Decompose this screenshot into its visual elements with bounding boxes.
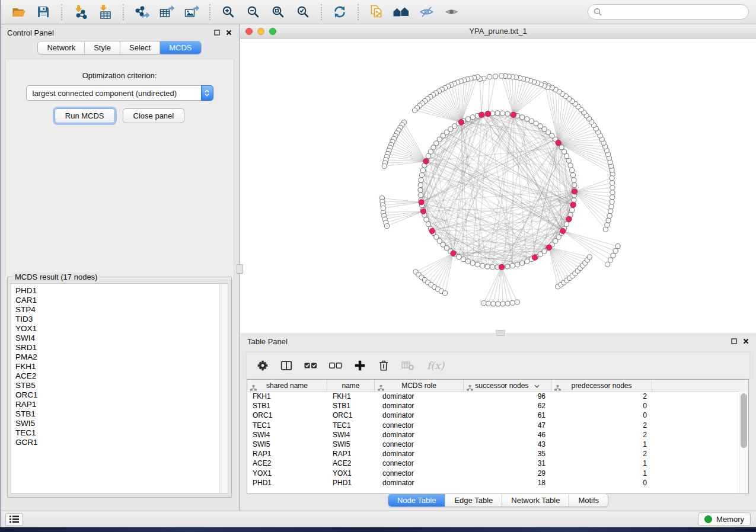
column-header-mcds-role[interactable]: MCDS role <box>375 380 464 392</box>
list-item[interactable]: PMA2 <box>15 352 218 362</box>
tab-network-table[interactable]: Network Table <box>502 494 569 507</box>
tab-select[interactable]: Select <box>120 41 160 54</box>
list-item[interactable]: RAP1 <box>15 400 218 409</box>
add-icon <box>353 359 366 372</box>
list-item[interactable]: ORC1 <box>15 390 218 400</box>
tab-edge-table[interactable]: Edge Table <box>445 494 502 507</box>
list-item[interactable]: STB5 <box>15 381 218 390</box>
refresh-button[interactable] <box>328 2 351 22</box>
tab-motifs[interactable]: Motifs <box>569 494 608 507</box>
float-panel-button[interactable] <box>214 30 220 36</box>
vertical-splitter-handle[interactable] <box>237 264 243 274</box>
list-item[interactable]: PHD1 <box>15 286 218 296</box>
network-graph[interactable] <box>240 39 755 333</box>
table-row[interactable]: ACE2ACE2connector311 <box>247 459 739 468</box>
refresh-icon <box>333 5 347 19</box>
column-header-name[interactable]: name <box>327 380 375 392</box>
table-cell: 18 <box>464 478 551 488</box>
export-image-button[interactable] <box>180 2 203 22</box>
scrollbar-thumb[interactable] <box>741 393 747 448</box>
list-item[interactable]: ACE2 <box>15 371 218 381</box>
show-column-panel-button[interactable] <box>280 359 293 372</box>
table-row[interactable]: YOX1YOX1connector291 <box>247 469 739 478</box>
list-item[interactable]: GCR1 <box>15 438 218 447</box>
list-item[interactable]: TEC1 <box>15 428 218 438</box>
control-panel-title: Control Panel <box>7 28 54 37</box>
table-toolbar: f(x) <box>246 352 750 379</box>
deselect-all-rows-button[interactable] <box>328 359 343 372</box>
list-item[interactable]: FKH1 <box>15 362 218 371</box>
tab-network[interactable]: Network <box>38 41 85 54</box>
import-table-button[interactable] <box>94 2 116 22</box>
column-header-successor-nodes[interactable]: successor nodes <box>464 380 551 392</box>
open-file-button[interactable] <box>7 2 30 22</box>
save-button[interactable] <box>32 2 55 22</box>
table-cell: dominator <box>375 430 464 440</box>
table-row[interactable]: STB1STB1dominator620 <box>247 401 739 411</box>
import-network-button[interactable] <box>69 2 91 22</box>
delete-table-button <box>401 359 415 372</box>
close-window-icon[interactable] <box>245 28 253 35</box>
memory-button[interactable]: Memory <box>698 512 751 526</box>
table-cell: RAP1 <box>327 449 375 459</box>
mcds-result-title: MCDS result (17 nodes) <box>12 273 100 281</box>
export-table-button[interactable] <box>155 2 178 22</box>
zoom-in-button[interactable] <box>217 2 240 22</box>
table-row[interactable]: FKH1FKH1dominator962 <box>247 392 739 401</box>
maximize-window-icon[interactable] <box>269 28 276 35</box>
export-network-icon <box>134 4 149 20</box>
list-item[interactable]: STB1 <box>15 409 218 419</box>
create-column-button[interactable] <box>353 359 366 372</box>
first-neighbors-button[interactable] <box>390 2 413 22</box>
column-label: shared name <box>266 382 308 390</box>
show-all-button[interactable] <box>440 2 462 22</box>
list-item[interactable]: YOX1 <box>15 324 218 334</box>
network-title: YPA_prune.txt_1 <box>240 27 756 36</box>
zoom-out-button[interactable] <box>242 2 264 22</box>
minimize-window-icon[interactable] <box>257 28 264 35</box>
list-item[interactable]: STP4 <box>15 305 218 315</box>
column-label: successor nodes <box>475 382 528 390</box>
table-settings-button[interactable] <box>256 359 269 372</box>
network-canvas[interactable] <box>240 39 756 333</box>
task-history-button[interactable] <box>5 513 23 526</box>
duplicate-network-button[interactable] <box>365 2 388 22</box>
search-input[interactable] <box>605 7 743 17</box>
close-table-panel-button[interactable] <box>743 338 749 344</box>
run-mcds-button[interactable]: Run MCDS <box>55 108 115 123</box>
select-all-rows-button[interactable] <box>304 359 318 372</box>
table-row[interactable]: ORC1ORC1dominator610 <box>247 411 739 420</box>
close-panel-action-button[interactable]: Close panel <box>123 108 185 123</box>
optimization-criterion-label: Optimization criterion: <box>5 71 234 80</box>
optimization-criterion-select[interactable]: largest connected component (undirected) <box>26 85 213 101</box>
tab-node-table[interactable]: Node Table <box>388 494 446 507</box>
zoom-selected-button[interactable] <box>292 2 314 22</box>
tab-mcds[interactable]: MCDS <box>160 41 200 54</box>
table-cell: SWI4 <box>327 430 375 440</box>
list-item[interactable]: SWI4 <box>15 334 218 343</box>
list-item[interactable]: TID3 <box>15 315 218 324</box>
table-row[interactable]: PHD1PHD1dominator180 <box>247 478 739 488</box>
table-row[interactable]: RAP1RAP1dominator352 <box>247 449 739 459</box>
hide-selected-button[interactable] <box>415 2 438 22</box>
delete-column-button[interactable] <box>377 359 390 372</box>
list-item[interactable]: SWI5 <box>15 419 218 428</box>
list-scrollbar[interactable] <box>219 284 228 493</box>
float-table-panel-button[interactable] <box>731 338 737 344</box>
zoom-fit-button[interactable] <box>267 2 289 22</box>
table-row[interactable]: SWI5SWI5connector431 <box>247 440 739 449</box>
table-cell: 96 <box>464 392 551 401</box>
list-item[interactable]: SRD1 <box>15 343 218 352</box>
list-item[interactable]: CAR1 <box>15 296 218 305</box>
table-row[interactable]: TEC1TEC1connector472 <box>247 421 739 430</box>
table-row[interactable]: SWI4SWI4dominator462 <box>247 430 739 440</box>
table-cell: ACE2 <box>327 459 375 468</box>
close-panel-button[interactable] <box>226 30 232 36</box>
tab-style[interactable]: Style <box>85 41 120 54</box>
mcds-result-listbox[interactable]: PHD1CAR1STP4TID3YOX1SWI4SRD1PMA2FKH1ACE2… <box>11 283 228 493</box>
table-scrollbar[interactable] <box>739 392 748 493</box>
horizontal-splitter-handle[interactable] <box>496 330 505 336</box>
column-header-shared-name[interactable]: shared name <box>247 380 327 392</box>
column-header-predecessor-nodes[interactable]: predecessor nodes <box>551 380 652 392</box>
export-network-button[interactable] <box>130 2 153 22</box>
